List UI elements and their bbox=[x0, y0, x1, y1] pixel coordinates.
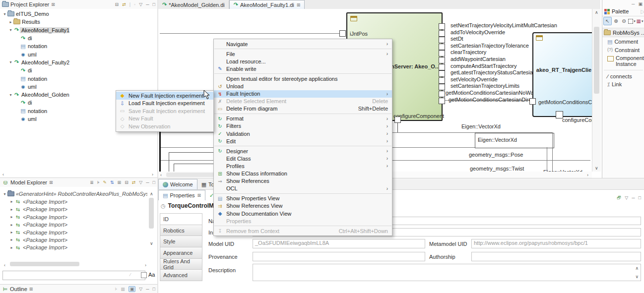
port-ijntpos[interactable] bbox=[339, 30, 346, 37]
tree-item-model[interactable]: ▾↷AkeoModel_Faulty2 bbox=[1, 59, 152, 66]
horizontal-scrollbar-thumb[interactable] bbox=[10, 262, 79, 266]
scroll-up-icon[interactable]: ∧ bbox=[595, 10, 598, 15]
link-with-editor-icon[interactable]: ⇄ bbox=[122, 2, 126, 7]
menu-item-edit[interactable]: ↻Edit› bbox=[214, 137, 392, 145]
submenu-item-load-experiment[interactable]: ⇩Load Fault Injection experiment bbox=[116, 100, 213, 108]
tree-item-root-model[interactable]: ▾«GeneratorHint» RobotControllerAkeoPlus… bbox=[1, 190, 147, 198]
server-port[interactable] bbox=[439, 70, 445, 77]
category-rulers[interactable]: Rulers And Grid bbox=[160, 259, 202, 270]
tree-item-model[interactable]: ▾↷AkeoModel_Faulty1 bbox=[1, 26, 152, 34]
sort-icon[interactable]: ⇅ bbox=[110, 180, 114, 185]
description-field[interactable]: ∧ ∨ bbox=[253, 264, 641, 281]
select-tool-icon[interactable]: ↖ bbox=[603, 17, 612, 25]
tree-item-uml[interactable]: ◉uml bbox=[1, 50, 152, 58]
tree-item-package-import[interactable]: ▸⇆<Package Import> bbox=[1, 251, 147, 253]
palette-item-comment[interactable]: ▤Comment bbox=[602, 38, 644, 46]
server-port[interactable] bbox=[439, 30, 445, 37]
category-robotics[interactable]: Robotics bbox=[160, 225, 202, 236]
scroll-down-icon[interactable]: ∨ bbox=[635, 275, 639, 279]
scroll-down-icon[interactable]: ∨ bbox=[595, 166, 598, 171]
menu-item-file[interactable]: File› bbox=[214, 50, 392, 58]
link-with-editor-icon[interactable]: ⇄ bbox=[132, 180, 136, 185]
client-left-port[interactable] bbox=[529, 98, 536, 105]
menu-item-edit-class[interactable]: Edit Class› bbox=[214, 155, 392, 162]
pin-palette-icon[interactable]: ▷ bbox=[641, 8, 644, 15]
menu-item-load-resource[interactable]: Load resource... bbox=[214, 58, 392, 65]
menu-item-show-properties-view[interactable]: ▤Show Properties View bbox=[214, 195, 392, 202]
pin-view-icon[interactable]: 🗗 bbox=[617, 195, 621, 200]
view-menu-icon[interactable]: ▽ bbox=[139, 2, 142, 7]
menu-item-delete-from-diagram[interactable]: ▭Delete From diagramShift+Delete bbox=[214, 105, 392, 113]
tree-item-di[interactable]: ↷di bbox=[1, 34, 152, 42]
flat-list-icon[interactable]: ≣ bbox=[90, 180, 94, 185]
tree-item-uml[interactable]: ◉uml bbox=[1, 83, 152, 91]
scroll-left-icon[interactable]: ‹ bbox=[160, 173, 162, 177]
category-id[interactable]: ID bbox=[160, 213, 202, 225]
tree-item-package-import[interactable]: ▸⇆<Package Import> bbox=[1, 236, 147, 243]
menu-item-show-documentation-view[interactable]: ◆Show Documentation View bbox=[214, 210, 392, 217]
menu-item-show-eclass[interactable]: ⊞Show EClass information bbox=[214, 170, 392, 177]
minimize-icon[interactable]: ─ bbox=[146, 180, 149, 185]
tree-item-notation[interactable]: ▤notation bbox=[1, 42, 152, 50]
metamodel-uid-field[interactable]: http://www.eclipse.org/papyrus/robmosys/… bbox=[471, 239, 641, 248]
category-appearance[interactable]: Appearance bbox=[160, 247, 202, 259]
palette-item-connects[interactable]: ∕connects bbox=[602, 72, 644, 80]
server-port[interactable] bbox=[439, 44, 445, 50]
minimize-icon[interactable]: ─ bbox=[632, 195, 635, 200]
menu-item-open-textual-editor[interactable]: Open textual editor for stereotype appli… bbox=[214, 75, 392, 82]
view-menu-icon[interactable]: ▽ bbox=[139, 287, 142, 292]
scroll-right-icon[interactable]: › bbox=[152, 173, 153, 177]
view-menu-icon[interactable]: ▽ bbox=[625, 195, 628, 200]
palette-header[interactable]: Palette ▷ bbox=[602, 7, 644, 16]
maximize-icon[interactable]: □ bbox=[153, 180, 155, 185]
scroll-left-icon[interactable]: ‹ bbox=[4, 263, 5, 268]
server-port[interactable] bbox=[439, 23, 445, 30]
tree-item-package-import[interactable]: ▸⇆<Package Import> bbox=[1, 198, 147, 205]
vertical-scrollbar-thumb[interactable] bbox=[149, 198, 154, 229]
category-style[interactable]: Style bbox=[160, 236, 202, 247]
menu-item-show-references-view[interactable]: ⇉Show References View bbox=[214, 202, 392, 210]
category-advanced[interactable]: Advanced bbox=[160, 270, 202, 281]
menu-item-ocl[interactable]: OCL› bbox=[214, 185, 392, 192]
server-port[interactable] bbox=[439, 50, 445, 57]
server-port[interactable] bbox=[439, 57, 445, 63]
server-port[interactable] bbox=[439, 91, 445, 97]
scroll-left-icon[interactable]: ‹ bbox=[2, 173, 4, 177]
palette-item-link[interactable]: ⁒Link bbox=[602, 80, 644, 89]
scroll-down-icon[interactable]: ∨ bbox=[150, 241, 153, 246]
provenance-field[interactable] bbox=[253, 252, 425, 261]
tree-item-di[interactable]: ↷di bbox=[1, 66, 152, 74]
minimize-icon[interactable]: ─ bbox=[632, 1, 635, 6]
close-tab-icon[interactable]: ⊠ bbox=[197, 193, 201, 198]
palette-item-component-instance[interactable]: Component Instance bbox=[602, 54, 644, 68]
menu-item-designer[interactable]: ↻Designer› bbox=[214, 147, 392, 155]
server-port[interactable] bbox=[439, 77, 445, 84]
tree-item-project[interactable]: ▾eITUS_Demo bbox=[1, 10, 152, 18]
focus-icon[interactable]: ◦ bbox=[134, 2, 135, 7]
tree-layout-icon[interactable]: ⊧ bbox=[97, 180, 100, 185]
maximize-icon[interactable]: ▣ bbox=[638, 1, 643, 6]
maximize-icon[interactable]: □ bbox=[153, 287, 155, 292]
note-tool-icon[interactable]: ▦▾ bbox=[636, 17, 644, 25]
tree-item-package-import[interactable]: ▸⇆<Package Import> bbox=[1, 244, 147, 251]
marquee-tool-icon[interactable]: ▾ bbox=[628, 17, 636, 25]
menu-item-navigate[interactable]: Navigate› bbox=[214, 40, 392, 48]
pages-icon[interactable]: ▦ bbox=[121, 287, 125, 292]
server-port[interactable] bbox=[439, 98, 445, 104]
maximize-icon[interactable]: □ bbox=[153, 2, 155, 7]
expand-all-icon[interactable]: ⊞ bbox=[118, 180, 122, 185]
tab-properties[interactable]: ▤ Properties ⊠ bbox=[158, 190, 205, 200]
server-configure-port[interactable] bbox=[394, 117, 401, 123]
overview-toggle-icon[interactable]: ▣ bbox=[129, 286, 136, 292]
tree-item-notation[interactable]: ▤notation bbox=[1, 74, 152, 82]
minimize-icon[interactable]: ─ bbox=[146, 2, 149, 7]
tree-item-package-import[interactable]: ▸⇆<Package Import> bbox=[1, 229, 147, 236]
close-tab-icon[interactable]: ⊠ bbox=[297, 2, 301, 7]
collapse-all-icon[interactable]: ⊟ bbox=[115, 2, 119, 7]
editor-vscrollbar[interactable]: ∧ ∨ bbox=[592, 9, 601, 172]
zoom-in-icon[interactable]: ⊕ bbox=[612, 17, 620, 25]
clear-search-icon[interactable]: ∕ bbox=[130, 272, 131, 277]
menu-item-validation[interactable]: ✓Validation› bbox=[214, 130, 392, 137]
zoom-mode-icon[interactable]: ⊧ bbox=[115, 287, 118, 292]
editor-tab-golden[interactable]: ↷ *AkeoModel_Golden.di bbox=[158, 0, 229, 9]
